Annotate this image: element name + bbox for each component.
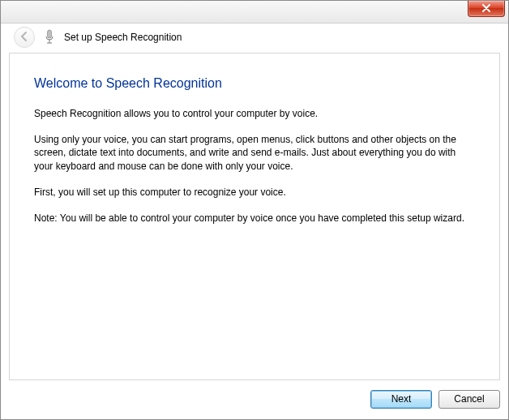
body-paragraph: First, you will set up this computer to … <box>34 186 475 199</box>
footer-buttons: Next Cancel <box>9 387 500 411</box>
header-title: Set up Speech Recognition <box>64 32 182 43</box>
back-arrow-icon <box>19 31 30 45</box>
wizard-window: Set up Speech Recognition Welcome to Spe… <box>0 0 509 420</box>
titlebar <box>1 1 508 24</box>
svg-rect-0 <box>48 30 52 38</box>
next-button[interactable]: Next <box>370 390 432 409</box>
close-button[interactable] <box>468 1 505 17</box>
back-button <box>14 27 35 48</box>
header-row: Set up Speech Recognition <box>1 24 508 51</box>
cancel-button[interactable]: Cancel <box>438 390 500 409</box>
microphone-icon <box>43 28 56 46</box>
content-area: Welcome to Speech Recognition Speech Rec… <box>9 53 500 380</box>
body-paragraph: Using only your voice, you can start pro… <box>34 133 475 173</box>
page-heading: Welcome to Speech Recognition <box>34 76 475 91</box>
body-paragraph: Note: You will be able to control your c… <box>34 212 475 225</box>
body-paragraph: Speech Recognition allows you to control… <box>34 107 475 120</box>
close-icon <box>481 3 491 15</box>
